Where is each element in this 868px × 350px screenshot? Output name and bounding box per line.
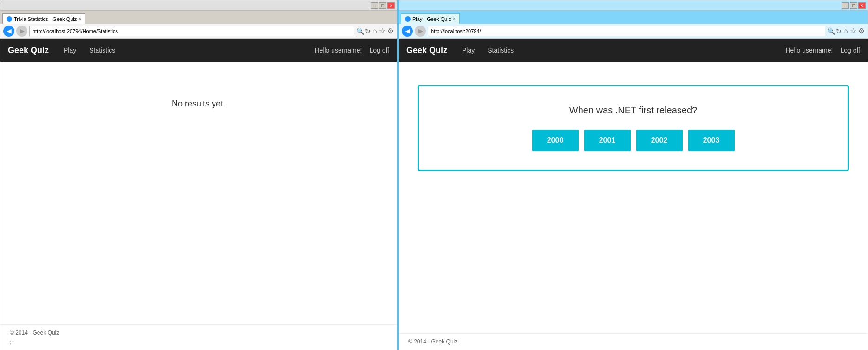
left-tab[interactable]: Trivia Statistics - Geek Quiz × bbox=[2, 13, 85, 24]
right-app-navbar: Geek Quiz Play Statistics Hello username… bbox=[399, 39, 868, 62]
left-page-footer: © 2014 - Geek Quiz ; ; bbox=[0, 324, 397, 350]
left-maximize-btn[interactable]: □ bbox=[379, 2, 386, 9]
right-search-icon[interactable]: 🔍 bbox=[827, 27, 835, 35]
quiz-options: 2000 2001 2002 2003 bbox=[428, 130, 838, 151]
left-nav-play[interactable]: Play bbox=[58, 44, 82, 57]
right-nav-play[interactable]: Play bbox=[457, 44, 480, 57]
left-address-icons: 🔍 ↻ bbox=[356, 27, 371, 35]
left-star-icon[interactable]: ☆ bbox=[379, 26, 385, 35]
right-browser-window: – □ ✕ Play - Geek Quiz × ◀ ▶ 🔍 ↻ ⌂ ☆ ⚙ G… bbox=[397, 0, 868, 350]
right-maximize-btn[interactable]: □ bbox=[850, 2, 857, 9]
left-window-controls: – □ ✕ bbox=[371, 2, 395, 9]
left-minimize-btn[interactable]: – bbox=[371, 2, 378, 9]
left-gear-icon[interactable]: ⚙ bbox=[387, 26, 394, 35]
right-tab-label: Play - Geek Quiz bbox=[412, 16, 451, 22]
quiz-option-3[interactable]: 2003 bbox=[688, 130, 735, 151]
left-browser-window: – □ ✕ Trivia Statistics - Geek Quiz × ◀ … bbox=[0, 0, 397, 350]
quiz-option-2[interactable]: 2002 bbox=[636, 130, 683, 151]
left-greeting: Hello username! bbox=[315, 46, 362, 54]
quiz-container: When was .NET first released? 2000 2001 … bbox=[418, 85, 849, 171]
left-app-brand[interactable]: Geek Quiz bbox=[8, 46, 49, 55]
left-nav-right: Hello username! Log off bbox=[315, 46, 390, 54]
right-nav-right: Hello username! Log off bbox=[786, 46, 861, 54]
left-tab-bar: Trivia Statistics - Geek Quiz × bbox=[0, 11, 397, 24]
left-tab-close[interactable]: × bbox=[78, 16, 81, 21]
left-search-icon[interactable]: 🔍 bbox=[356, 27, 364, 35]
quiz-option-0[interactable]: 2000 bbox=[532, 130, 579, 151]
right-page-footer: © 2014 - Geek Quiz bbox=[399, 333, 868, 350]
left-forward-btn[interactable]: ▶ bbox=[16, 26, 27, 37]
left-debug-note: ; ; bbox=[10, 340, 387, 345]
right-page-content: When was .NET first released? 2000 2001 … bbox=[399, 62, 868, 333]
right-home-icon[interactable]: ⌂ bbox=[843, 27, 848, 35]
right-forward-btn[interactable]: ▶ bbox=[415, 26, 426, 37]
right-footer-text: © 2014 - Geek Quiz bbox=[408, 338, 457, 345]
right-minimize-btn[interactable]: – bbox=[842, 2, 849, 9]
left-page-content: No results yet. bbox=[0, 62, 397, 324]
right-tab-icon bbox=[405, 16, 411, 22]
right-close-btn[interactable]: ✕ bbox=[858, 2, 866, 9]
right-star-icon[interactable]: ☆ bbox=[850, 26, 856, 35]
left-toolbar-icons: ⌂ ☆ ⚙ bbox=[372, 26, 394, 35]
left-close-btn[interactable]: ✕ bbox=[387, 2, 395, 9]
left-nav-statistics[interactable]: Statistics bbox=[84, 44, 121, 57]
left-address-input[interactable] bbox=[29, 26, 354, 36]
left-tab-icon bbox=[7, 16, 12, 22]
right-app-brand[interactable]: Geek Quiz bbox=[406, 46, 447, 55]
left-refresh-icon[interactable]: ↻ bbox=[365, 27, 371, 35]
left-home-icon[interactable]: ⌂ bbox=[372, 27, 377, 35]
right-window-controls: – □ ✕ bbox=[842, 2, 866, 9]
left-tab-label: Trivia Statistics - Geek Quiz bbox=[14, 16, 77, 22]
quiz-question: When was .NET first released? bbox=[428, 105, 838, 116]
right-nav-links: Play Statistics bbox=[457, 44, 519, 57]
right-nav-statistics[interactable]: Statistics bbox=[482, 44, 519, 57]
right-tab[interactable]: Play - Geek Quiz × bbox=[401, 13, 460, 24]
left-title-bar: – □ ✕ bbox=[0, 0, 397, 11]
right-address-bar: ◀ ▶ 🔍 ↻ ⌂ ☆ ⚙ bbox=[399, 24, 868, 39]
right-logoff-link[interactable]: Log off bbox=[840, 46, 860, 54]
left-nav-links: Play Statistics bbox=[58, 44, 121, 57]
right-back-btn[interactable]: ◀ bbox=[402, 26, 413, 37]
left-address-bar: ◀ ▶ 🔍 ↻ ⌂ ☆ ⚙ bbox=[0, 24, 397, 39]
right-title-bar: – □ ✕ bbox=[399, 0, 868, 11]
left-footer-text: © 2014 - Geek Quiz bbox=[10, 330, 59, 336]
quiz-option-1[interactable]: 2001 bbox=[584, 130, 631, 151]
right-address-input[interactable] bbox=[428, 26, 825, 36]
right-gear-icon[interactable]: ⚙ bbox=[858, 26, 865, 35]
left-back-btn[interactable]: ◀ bbox=[3, 26, 14, 37]
left-app-navbar: Geek Quiz Play Statistics Hello username… bbox=[0, 39, 397, 62]
right-greeting: Hello username! bbox=[786, 46, 833, 54]
left-logoff-link[interactable]: Log off bbox=[369, 46, 389, 54]
right-refresh-icon[interactable]: ↻ bbox=[836, 27, 842, 35]
right-tab-bar: Play - Geek Quiz × bbox=[399, 11, 868, 24]
right-address-icons: 🔍 ↻ bbox=[827, 27, 842, 35]
left-no-results: No results yet. bbox=[10, 99, 387, 109]
right-tab-close[interactable]: × bbox=[453, 16, 456, 21]
right-toolbar-icons: ⌂ ☆ ⚙ bbox=[843, 26, 865, 35]
